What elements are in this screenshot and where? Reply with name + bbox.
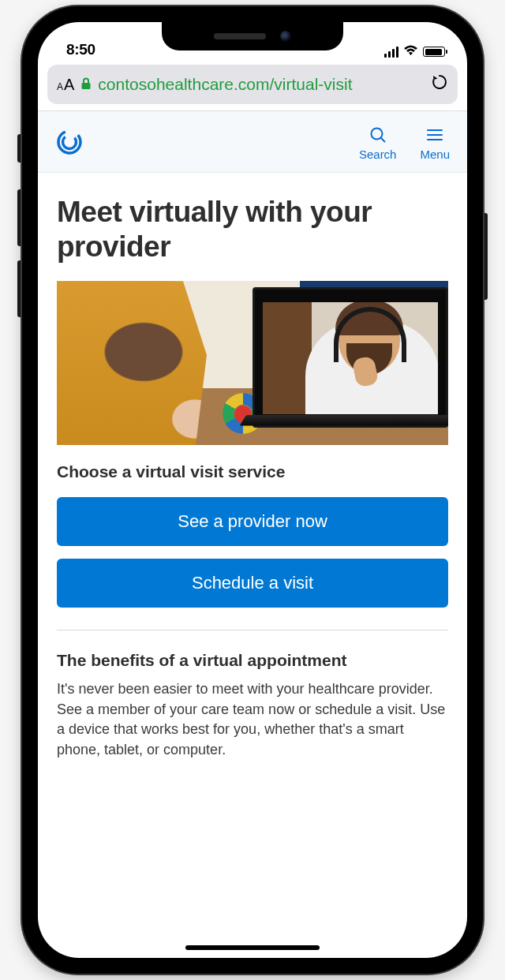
hero-image [57,281,448,445]
phone-screen: 8:50 AA [38,22,467,958]
page-title: Meet virtually with your provider [57,195,448,264]
search-icon [368,125,387,144]
search-button[interactable]: Search [359,125,397,161]
choose-service-heading: Choose a virtual visit service [57,462,448,481]
cellular-signal-icon [384,47,399,58]
schedule-visit-button[interactable]: Schedule a visit [57,559,448,608]
svg-point-3 [371,129,382,140]
phone-frame: 8:50 AA [22,6,483,974]
app-header: Search Menu [38,110,467,173]
phone-power-button [483,213,488,300]
svg-point-2 [60,133,79,151]
section-divider [57,630,448,630]
svg-rect-0 [82,83,91,89]
home-indicator[interactable] [185,945,320,950]
search-label: Search [359,148,397,161]
benefits-body: It's never been easier to meet with your… [57,679,448,760]
wifi-icon [403,45,418,58]
status-time: 8:50 [66,41,95,58]
menu-label: Menu [420,148,450,161]
svg-line-4 [380,138,385,143]
url-text: contosohealthcare.com/virtual-visit [98,75,425,94]
phone-notch [162,22,343,50]
svg-point-1 [55,128,84,156]
hamburger-icon [425,125,444,144]
see-provider-now-button[interactable]: See a provider now [57,497,448,546]
battery-icon [423,47,445,57]
text-size-button[interactable]: AA [57,76,74,94]
reload-icon[interactable] [431,73,448,95]
browser-address-bar[interactable]: AA contosohealthcare.com/virtual-visit [47,65,458,104]
menu-button[interactable]: Menu [420,125,450,161]
page-content: Meet virtually with your provider [38,173,467,958]
lock-icon [80,77,92,92]
benefits-heading: The benefits of a virtual appointment [57,651,448,670]
brand-logo[interactable] [55,128,84,159]
